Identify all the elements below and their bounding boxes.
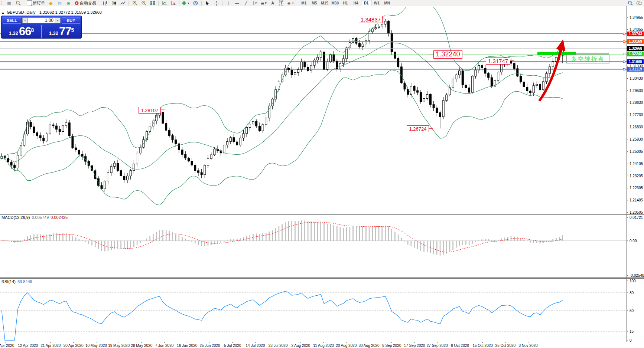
- signal-icon: ◉: [67, 1, 71, 5]
- tab-timeframe-d1[interactable]: D1: [361, 0, 371, 6]
- date-axis-label: 12 Apr 2020: [18, 344, 38, 348]
- collapse-trade-panel-icon[interactable]: ▲: [1, 11, 4, 14]
- equidistant-channel-tool[interactable]: ∥E: [251, 0, 259, 6]
- chart-title: ▲ GBPUSD-,Daily 1.31662 1.32772 1.31559 …: [1, 10, 102, 14]
- chat-icon: [636, 1, 642, 6]
- indicators-icon: [162, 1, 167, 6]
- price-annotation-label[interactable]: 1.26724: [407, 125, 429, 132]
- chart-styles-button[interactable]: ◆: [46, 0, 55, 6]
- new-order-icon: +: [27, 0, 32, 6]
- tab-timeframe-m5[interactable]: M5: [309, 0, 319, 6]
- line-chart-button[interactable]: [118, 0, 127, 6]
- tab-timeframe-m15[interactable]: M15: [319, 0, 330, 6]
- crosshair-icon: [214, 1, 219, 6]
- bar-chart-icon: [103, 1, 108, 6]
- zoom-out-button[interactable]: [139, 0, 148, 6]
- search-button[interactable]: [626, 0, 634, 6]
- svg-text:100: 100: [630, 279, 636, 283]
- sell-price[interactable]: 1.32 66 8: [1, 24, 41, 39]
- svg-text:1.28630: 1.28630: [630, 101, 643, 105]
- fibonacci-tool[interactable]: ≣F: [260, 0, 268, 6]
- price-line-badge: 1.31119: [627, 67, 644, 72]
- clock-icon: [193, 1, 198, 6]
- buy-price[interactable]: 1.32 77 5: [42, 24, 81, 39]
- toolbar-grip[interactable]: [1, 1, 4, 5]
- bar-chart-button[interactable]: [101, 0, 109, 6]
- volume-input[interactable]: 1.00: [28, 17, 55, 23]
- shapes-tool[interactable]: ◈▼: [286, 0, 295, 6]
- volume-increase-button[interactable]: ▲: [55, 17, 61, 23]
- zoom-in-button[interactable]: [130, 0, 139, 6]
- date-axis-label: 14 Jul 2020: [246, 344, 265, 348]
- timeframes-clock-button[interactable]: [191, 0, 200, 6]
- tab-timeframe-m30[interactable]: M30: [330, 0, 340, 6]
- candlestick-icon: [111, 1, 117, 6]
- buy-button[interactable]: BUY: [62, 17, 80, 24]
- svg-text:1.34055: 1.34055: [630, 27, 643, 32]
- svg-text:0.01721: 0.01721: [630, 216, 643, 220]
- crosshair-tool-button[interactable]: [212, 0, 221, 6]
- macd-title: MACD(12,26,9): [1, 215, 30, 220]
- text-tool[interactable]: A: [269, 0, 277, 6]
- date-axis-label: 10 May 2020: [85, 344, 107, 348]
- date-axis-label: 11 Aug 2020: [313, 344, 334, 348]
- chart-windows-button[interactable]: ▦: [5, 0, 13, 6]
- tile-windows-button[interactable]: [148, 0, 157, 6]
- alerts-button[interactable]: ◉: [64, 0, 73, 6]
- sell-price-prefix: 1.32: [9, 30, 18, 36]
- add-indicator-button[interactable]: ✚▼: [181, 0, 191, 6]
- text-label-tool[interactable]: T: [277, 0, 286, 6]
- date-axis-label: 30 Aug 2020: [358, 344, 380, 348]
- chart-canvas[interactable]: 1.349551.340551.313301.304301.295301.286…: [0, 0, 644, 348]
- cursor-tool-button[interactable]: [203, 0, 212, 6]
- autotrading-button[interactable]: 自动交易: [73, 0, 97, 6]
- svg-text:1.22305: 1.22305: [630, 186, 643, 190]
- shapes-icon: ◈: [287, 1, 290, 5]
- volume-decrease-button[interactable]: ▼: [22, 17, 28, 23]
- price-annotation-label[interactable]: 1.34837: [359, 16, 383, 23]
- vertical-line-tool[interactable]: |: [224, 0, 232, 6]
- chat-button[interactable]: [635, 0, 643, 6]
- svg-text:1.25005: 1.25005: [630, 150, 643, 154]
- toolbar: ▦ + 新订单 ◆ ▤ ◉ 自动交易: [0, 0, 644, 6]
- svg-text:1.20505: 1.20505: [630, 210, 643, 214]
- tab-timeframe-w1[interactable]: W1: [371, 0, 382, 6]
- price-annotation-label[interactable]: 1.28107: [139, 107, 161, 114]
- candlestick-button[interactable]: [110, 0, 118, 6]
- zoom-in-icon: [132, 0, 137, 6]
- price-annotation-label[interactable]: 1.32240: [433, 50, 462, 59]
- horizontal-line-tool[interactable]: —: [233, 0, 241, 6]
- tab-timeframe-h1[interactable]: H1: [340, 0, 351, 6]
- add-indicator-icon: ✚: [182, 1, 186, 6]
- date-axis-label: 7 Jun 2020: [155, 344, 174, 348]
- svg-text:1.34955: 1.34955: [630, 16, 643, 20]
- date-axis-label: 20 Aug 2020: [336, 344, 357, 348]
- tab-timeframe-m1[interactable]: M1: [299, 0, 309, 6]
- tab-timeframe-h4[interactable]: H4: [351, 0, 361, 6]
- autotrading-label: 自动交易: [80, 0, 96, 6]
- new-order-button[interactable]: + 新订单: [26, 0, 46, 6]
- tab-timeframe-mn[interactable]: MN: [382, 0, 392, 6]
- chevron-down-icon: ▼: [292, 2, 294, 4]
- date-axis-label: 6 Oct 2020: [451, 344, 469, 348]
- date-axis-label: 17 Sep 2020: [404, 344, 425, 348]
- svg-text:1.25930: 1.25930: [630, 137, 643, 141]
- svg-text:50: 50: [630, 309, 634, 313]
- sell-button[interactable]: SELL: [3, 17, 21, 24]
- fibo-letter: F: [265, 1, 267, 5]
- indicators-button[interactable]: [160, 0, 169, 6]
- svg-text:-0.025487: -0.025487: [630, 273, 644, 278]
- rsi-title: RSI(14): [1, 279, 16, 284]
- date-axis-label: 15 Oct 2020: [472, 344, 493, 348]
- profiles-button[interactable]: ▤: [55, 0, 64, 6]
- trendline-tool[interactable]: ╱: [242, 0, 250, 6]
- rsi-value: 63.8449: [17, 279, 32, 284]
- zoom-preview-button[interactable]: [14, 0, 22, 6]
- turning-point-label[interactable]: 多空转折点: [566, 55, 609, 63]
- price-annotation-label[interactable]: 1.31747: [486, 58, 510, 65]
- periods-button[interactable]: [169, 0, 178, 6]
- ohlc-values: 1.31662 1.32772 1.31559 1.32668: [39, 10, 102, 14]
- one-click-trade-panel: SELL ▼ 1.00 ▲ BUY 1.32 66 8 1.32 77: [1, 16, 82, 39]
- search-icon: [628, 0, 633, 6]
- macd-signal-value: 0.002425: [51, 215, 68, 220]
